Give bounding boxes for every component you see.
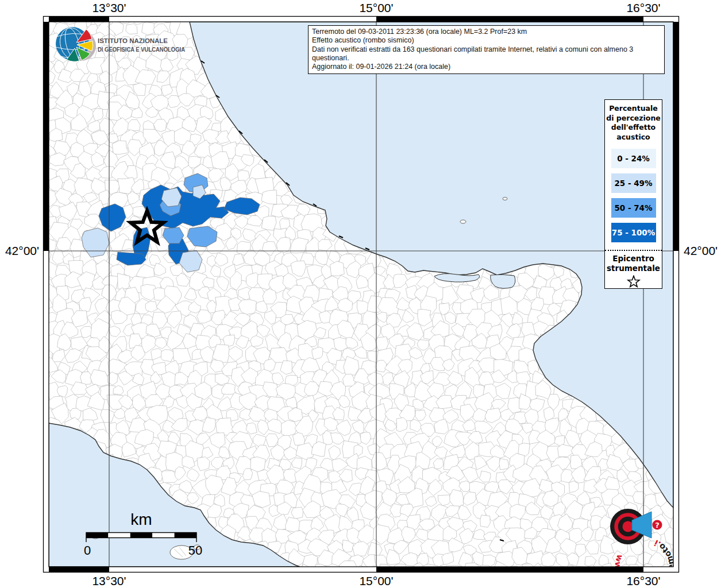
event-info-box: Terremoto del 09-03-2011 23:23:36 (ora l…	[308, 25, 665, 74]
island-tremiti-1	[460, 220, 466, 223]
ingv-name-line2: DI GEOFISICA E VULCANOLOGIA	[98, 46, 185, 53]
legend-swatch-25-49: 25 - 49%	[611, 173, 656, 193]
legend-separator	[605, 250, 662, 251]
axis-label-top-13-30: 13°30'	[92, 1, 126, 15]
event-info-line1: Terremoto del 09-03-2011 23:23:36 (ora l…	[312, 28, 661, 36]
axis-label-top-15-00: 15°00'	[359, 1, 393, 15]
watermark-question-mark: ?	[655, 521, 660, 529]
axis-label-bottom-13-30: 13°30'	[92, 574, 126, 588]
axis-label-bottom-16-30: 16°30'	[626, 574, 660, 588]
legend-swatch-0-24: 0 - 24%	[611, 149, 656, 168]
scale-start-label: 0	[84, 543, 91, 558]
island-tremiti-2	[503, 198, 507, 200]
event-info-line3: Dati non verificati estratti da 163 ques…	[312, 45, 661, 63]
axis-label-left-42-00: 42°00'	[0, 244, 39, 258]
event-info-line2: Effetto acustico (rombo sismico)	[312, 36, 661, 45]
map-canvas: km 0 50 ? www.haisentitoilterremoto.it	[0, 0, 721, 588]
axis-label-top-16-30: 16°30'	[626, 1, 660, 15]
axis-label-right-42-00: 42°00'	[684, 244, 718, 258]
legend-epicenter-label: Epicentro strumentale	[605, 254, 662, 273]
macroseismic-map-page: km 0 50 ? www.haisentitoilterremoto.it	[0, 0, 721, 588]
axis-label-bottom-15-00: 15°00'	[359, 574, 393, 588]
scale-unit-label: km	[130, 510, 152, 528]
legend: Percentuale di percezione dell'effetto a…	[604, 99, 662, 289]
ingv-name-line1: ISTITUTO NAZIONALE	[98, 37, 168, 44]
legend-swatch-50-74: 50 - 74%	[611, 198, 656, 218]
legend-epicenter-star-icon	[605, 275, 662, 291]
legend-swatch-75-100: 75 - 100%	[611, 223, 656, 242]
event-info-line4: Aggiornato il: 09-01-2026 21:24 (ora loc…	[312, 63, 661, 71]
legend-title: Percentuale di percezione dell'effetto a…	[605, 104, 662, 142]
scale-end-label: 50	[188, 543, 202, 558]
